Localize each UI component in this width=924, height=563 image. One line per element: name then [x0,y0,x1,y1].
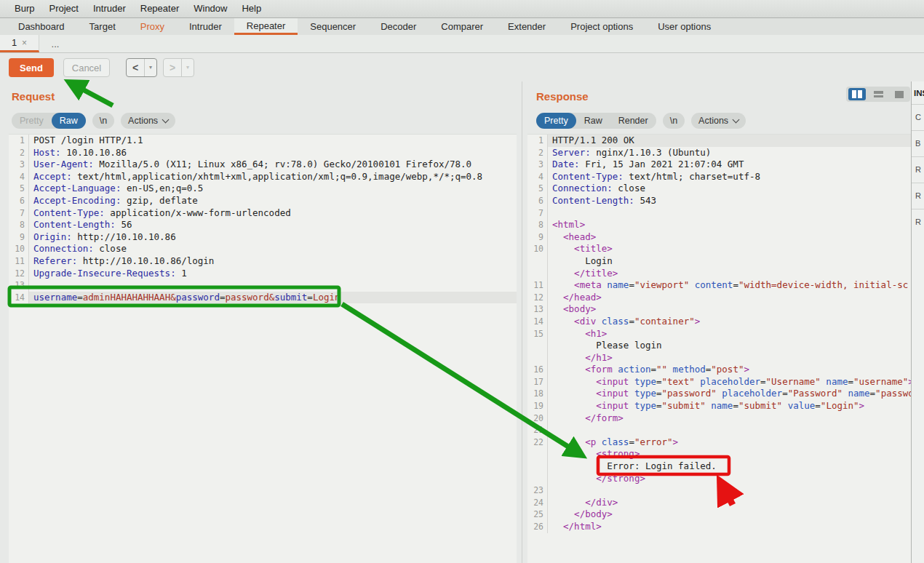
repeater-tab-1[interactable]: 1 × [0,35,39,52]
close-tab-icon[interactable]: × [22,38,27,48]
code-line[interactable]: 19 <input type="submit" name="submit" va… [527,400,911,412]
tab-extender[interactable]: Extender [495,18,558,35]
inspector-section[interactable]: R [912,156,924,183]
response-actions-button[interactable]: Actions [691,113,746,129]
code-token: </div> [585,497,618,508]
menu-burp[interactable]: Burp [7,0,41,17]
code-text: Accept-Encoding: gzip, deflate [29,195,517,207]
code-line[interactable]: 7Content-Type: application/x-www-form-ur… [9,207,517,220]
request-actions-button[interactable]: Actions [121,113,175,129]
code-line[interactable]: 5Accept-Language: en-US,en;q=0.5 [9,183,517,195]
menu-help[interactable]: Help [234,0,268,17]
code-line[interactable]: Please login [527,340,911,352]
code-line[interactable]: 2Host: 10.10.10.86 [9,147,517,159]
code-line[interactable]: 14 <div class="container"> [527,316,911,328]
code-line[interactable]: 6Accept-Encoding: gzip, deflate [9,195,517,207]
response-newline-toggle[interactable]: \n [663,113,685,129]
code-line[interactable]: 21 [527,424,911,436]
tab-user-options[interactable]: User options [645,18,723,35]
code-line[interactable]: 11 <meta name="viewport" content="width=… [527,279,911,292]
request-raw-tab[interactable]: Raw [52,113,86,129]
code-line[interactable]: 14username=adminHAHAHAHHAAH&password=pas… [9,292,517,304]
tab-intruder[interactable]: Intruder [177,18,234,35]
back-dropdown-icon[interactable]: ▾ [144,59,156,76]
code-line[interactable]: 12Upgrade-Insecure-Requests: 1 [9,268,517,280]
code-line[interactable]: 24 </div> [527,497,911,509]
code-line[interactable]: 5Connection: close [527,183,911,195]
code-line[interactable]: 4Accept: text/html,application/xhtml+xml… [9,171,517,183]
code-line[interactable]: 13 [9,279,517,292]
code-line[interactable]: 11Referer: http://10.10.10.86/login [9,255,517,268]
code-line[interactable]: 22 <p class="error"> [527,436,911,449]
inspector-section[interactable]: R [912,183,924,209]
inspector-section[interactable]: B [912,130,924,156]
request-editor[interactable]: 1POST /login HTTP/1.12Host: 10.10.10.863… [9,134,517,563]
request-newline-toggle[interactable]: \n [92,113,114,129]
inspector-strip[interactable]: INSPECTOR CBRRR [911,81,924,563]
code-line[interactable]: 25 </body> [527,508,911,521]
code-line[interactable]: 18 <input type="password" placeholder="P… [527,388,911,400]
layout-columns-button[interactable] [848,88,866,100]
tab-sequencer[interactable]: Sequencer [298,18,368,35]
code-line[interactable]: 4Content-Type: text/html; charset=utf-8 [527,171,911,183]
menu-intruder[interactable]: Intruder [86,0,133,17]
code-line[interactable]: 17 <input type="text" placeholder="Usern… [527,376,911,388]
response-editor[interactable]: 1HTTP/1.1 200 OK2Server: nginx/1.10.3 (U… [527,134,911,563]
code-line[interactable]: 9 <head> [527,231,911,244]
code-line[interactable]: Error: Login failed. [527,460,911,473]
code-token [552,473,596,484]
tab-target[interactable]: Target [77,18,128,35]
code-line[interactable]: </title> [527,268,911,280]
code-line[interactable]: 7 [527,207,911,220]
tab-repeater[interactable]: Repeater [234,18,298,35]
code-line[interactable]: 23 [527,484,911,497]
code-line[interactable]: 2Server: nginx/1.10.3 (Ubuntu) [527,147,911,159]
code-line[interactable]: 20 </form> [527,412,911,425]
tab-proxy[interactable]: Proxy [128,18,177,35]
tab-project-options[interactable]: Project options [558,18,645,35]
inspector-section[interactable]: R [912,209,924,235]
response-pretty-tab[interactable]: Pretty [536,113,576,129]
code-line[interactable]: 1HTTP/1.1 200 OK [527,135,911,147]
code-line[interactable]: 15 <h1> [527,328,911,340]
back-button[interactable]: < ▾ [126,58,157,77]
code-line[interactable]: 10Connection: close [9,243,517,255]
repeater-tab-more[interactable]: ... [39,35,71,52]
layout-single-button[interactable] [891,88,908,100]
panel-splitter[interactable] [522,81,522,563]
send-button[interactable]: Send [9,58,54,77]
code-line[interactable]: </h1> [527,352,911,364]
code-line[interactable]: 8<html> [527,219,911,231]
code-line[interactable]: </strong> [527,473,911,485]
menu-window[interactable]: Window [186,0,234,17]
code-line[interactable]: <strong> [527,448,911,460]
code-line[interactable]: 1POST /login HTTP/1.1 [9,135,517,147]
code-token: adminHAHAHAHHAAH [83,292,170,303]
layout-rows-button[interactable] [869,88,887,100]
code-line[interactable]: 12 </head> [527,292,911,304]
code-line[interactable]: 10 <title> [527,243,911,255]
code-line[interactable]: 13 <body> [527,303,911,316]
code-line[interactable]: 26 </html> [527,521,911,533]
code-line[interactable]: 9Origin: http://10.10.10.86 [9,231,517,244]
tab-dashboard[interactable]: Dashboard [6,18,77,35]
code-line[interactable]: 16 <form action="" method="post"> [527,364,911,376]
menu-repeater[interactable]: Repeater [133,0,186,17]
code-line[interactable]: 3User-Agent: Mozilla/5.0 (X11; Linux x86… [9,159,517,171]
code-token: name [848,388,869,399]
code-line[interactable]: Login [527,255,911,268]
forward-button[interactable]: > ▾ [163,58,194,77]
menu-project[interactable]: Project [41,0,85,17]
cancel-button[interactable]: Cancel [63,58,110,77]
code-line[interactable]: 8Content-Length: 56 [9,219,517,231]
tab-comparer[interactable]: Comparer [429,18,495,35]
forward-dropdown-icon[interactable]: ▾ [181,59,194,76]
code-line[interactable]: 3Date: Fri, 15 Jan 2021 21:07:04 GMT [527,159,911,171]
tab-decoder[interactable]: Decoder [368,18,429,35]
code-token: submit [274,292,307,303]
request-pretty-tab[interactable]: Pretty [12,113,52,129]
code-line[interactable]: 6Content-Length: 543 [527,195,911,207]
response-raw-tab[interactable]: Raw [576,113,610,129]
response-render-tab[interactable]: Render [610,113,656,129]
inspector-section[interactable]: C [912,104,924,130]
